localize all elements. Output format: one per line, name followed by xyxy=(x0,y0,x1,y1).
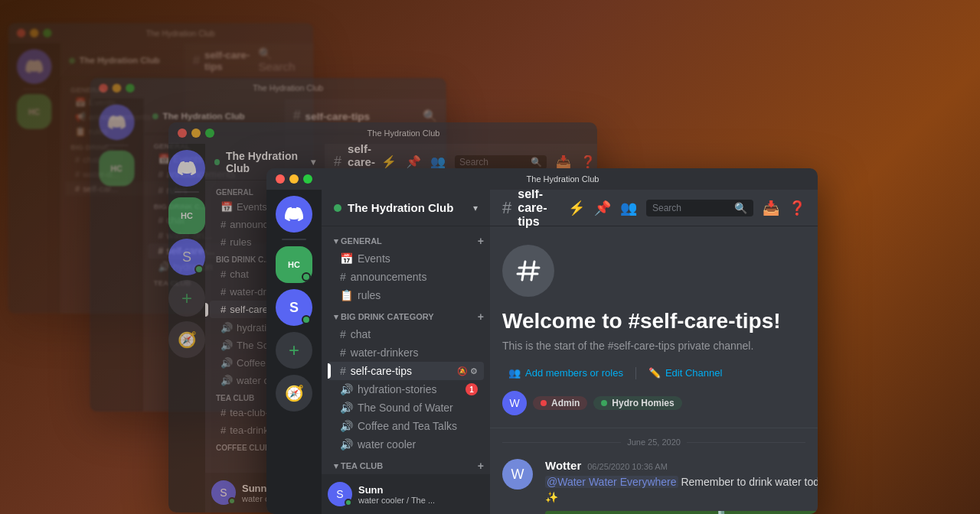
category-tea-club-4[interactable]: ▾ TEA CLUB + xyxy=(322,454,490,474)
titlebar-4: The Hydration Club xyxy=(266,168,818,190)
discord-server-icon-4[interactable] xyxy=(276,196,312,233)
role-badges-4: W Admin Hydro Homies xyxy=(502,391,805,415)
self-care-channel-4[interactable]: # self-care-tips 🔕 ⚙ xyxy=(328,362,484,380)
mention-text-4[interactable]: @Water Water Everywhere xyxy=(545,476,678,488)
mute-icon-4[interactable]: 🔕 xyxy=(457,366,468,376)
water-cooler-icon-4: 🔊 xyxy=(340,438,353,451)
add-server-3[interactable]: + xyxy=(168,280,205,317)
explore-button-4[interactable]: 🧭 xyxy=(276,375,312,412)
discord-icon-3[interactable] xyxy=(168,150,205,187)
fullscreen-dot-3 xyxy=(205,128,214,138)
server-status-dot-4 xyxy=(334,204,341,212)
search-icon-4: 🔍 xyxy=(734,202,747,214)
search-box-4[interactable]: Search 🔍 xyxy=(646,200,753,216)
threads-icon-btn-4[interactable]: ⚡ xyxy=(568,200,585,216)
fullscreen-dot-2 xyxy=(126,84,135,93)
threads-icon-3[interactable]: ⚡ xyxy=(381,155,397,169)
close-dot-2 xyxy=(99,84,108,93)
minimize-dot xyxy=(30,29,38,37)
add-channel-tea-club[interactable]: + xyxy=(478,460,484,472)
discord-icon-1[interactable] xyxy=(17,49,52,84)
search-area-1[interactable]: 🔍 Search xyxy=(258,47,305,73)
announcements-channel-4[interactable]: #announcements xyxy=(328,268,484,286)
members-icon-btn-4[interactable]: 👥 xyxy=(620,200,637,216)
welcome-section-4: Welcome to #self-care-tips! This is the … xyxy=(490,226,818,428)
search-icon-2[interactable]: 🔍 xyxy=(423,109,437,122)
add-channel-general[interactable]: + xyxy=(478,235,484,247)
channel-actions-4: 🔕 ⚙ xyxy=(457,366,478,376)
admin-role-badge-4[interactable]: Admin xyxy=(533,396,587,410)
discord-icon-2[interactable] xyxy=(99,105,135,141)
category-label-general: ▾ General xyxy=(334,236,478,246)
pin-icon-3[interactable]: 📌 xyxy=(406,155,421,169)
edit-channel-btn-4[interactable]: ✏️ Edit Channel xyxy=(642,364,728,382)
add-server-button-4[interactable]: + xyxy=(276,332,312,369)
titlebar-3: The Hydration Club xyxy=(168,122,597,144)
hydration-icon-2[interactable]: HC xyxy=(99,151,135,187)
date-label-4: June 25, 2020 xyxy=(627,438,681,447)
window-title-4: The Hydration Club xyxy=(317,174,808,184)
coffee-tea-channel-4[interactable]: 🔊Coffee and Tea Talks xyxy=(328,417,484,435)
search-box-3[interactable]: Search 🔍 xyxy=(455,155,547,169)
server-name-2: The Hydration Club xyxy=(162,111,244,122)
inbox-icon-3[interactable]: 📥 xyxy=(556,155,571,169)
water-cooler-channel-4[interactable]: 🔊water cooler xyxy=(328,435,484,454)
add-members-btn-4[interactable]: 👥 Add members or roles xyxy=(502,364,629,382)
close-button-4[interactable] xyxy=(276,174,285,184)
window-title-1: The Hydration Club xyxy=(56,29,305,37)
rules-3[interactable]: rules xyxy=(230,236,251,248)
window-title-3: The Hydration Club xyxy=(219,128,588,138)
message-avatar-4: W xyxy=(502,459,533,490)
chat-channel-4[interactable]: #chat xyxy=(328,325,484,343)
search-placeholder-4: Search xyxy=(652,203,731,213)
category-general-4[interactable]: ▾ General + xyxy=(322,233,490,249)
svg-rect-1 xyxy=(545,511,818,514)
hydration-stories-icon-4: 🔊 xyxy=(340,383,353,395)
help-icon-btn-4[interactable]: ❓ xyxy=(789,200,805,216)
hydration-icon-3[interactable]: HC xyxy=(168,197,205,234)
message-header-4: Wotter 06/25/2020 10:36 AM xyxy=(545,459,818,472)
hydration-stories-channel-4[interactable]: 🔊 hydration-stories 1 xyxy=(328,380,484,399)
hydration-club-icon-1[interactable]: HC xyxy=(17,94,52,129)
rules-icon-4: 📋 xyxy=(340,289,353,301)
server-name-1: The Hydration Club xyxy=(80,55,160,65)
hydration-server-icon-4[interactable]: HC xyxy=(276,246,312,283)
events-channel-4[interactable]: 📅Events xyxy=(328,249,484,268)
self-care-label-4: self-care-tips xyxy=(351,365,457,377)
inbox-icon-btn-4[interactable]: 📥 xyxy=(763,200,779,216)
settings-icon-4[interactable]: ⚙ xyxy=(470,366,478,376)
members-icon-3[interactable]: 👥 xyxy=(430,155,446,169)
chat-3[interactable]: chat xyxy=(230,268,249,280)
server-chevron-4: ▾ xyxy=(473,203,478,213)
channel-header-name-2: self-care-tips xyxy=(305,110,371,122)
user-icon-4[interactable]: S xyxy=(276,289,312,326)
water-drinkers-channel-4[interactable]: #water-drinkers xyxy=(328,343,484,362)
server-header-4[interactable]: The Hydration Club ▾ xyxy=(322,190,490,226)
channel-header-name-1: self-care-tips xyxy=(204,49,258,72)
sound-of-water-channel-4[interactable]: 🔊The Sound of Water xyxy=(328,399,484,417)
category-label-tea-club: ▾ TEA CLUB xyxy=(334,461,478,471)
server-name-4: The Hydration Club xyxy=(348,201,473,214)
divider-line-left-4 xyxy=(502,442,621,443)
message-item-4: W Wotter 06/25/2020 10:36 AM @Water Wate… xyxy=(490,456,818,514)
user-avatar-4: S xyxy=(328,482,352,506)
minimize-button-4[interactable] xyxy=(289,174,299,184)
events-3[interactable]: Events xyxy=(237,201,267,213)
close-dot xyxy=(17,29,25,37)
hydro-role-badge-4[interactable]: Hydro Homies xyxy=(593,396,681,410)
fullscreen-dot xyxy=(43,29,51,37)
add-members-label-4: Add members or roles xyxy=(525,367,623,379)
coffee-tea-icon-4: 🔊 xyxy=(340,420,353,432)
explore-icon-3[interactable]: 🧭 xyxy=(168,321,205,358)
category-big-drink-4[interactable]: ▾ BIG DRINK CATEGORY + xyxy=(322,304,490,325)
add-channel-big-drink[interactable]: + xyxy=(478,311,484,323)
main-content-4: # self-care-tips ⚡ 📌 👥 Search 🔍 📥 ❓ xyxy=(490,190,818,514)
header-actions-4: ⚡ 📌 👥 Search 🔍 📥 ❓ xyxy=(568,200,805,216)
help-icon-3[interactable]: ❓ xyxy=(580,155,596,169)
titlebar-2: The Hydration Club xyxy=(90,78,446,99)
rules-channel-4[interactable]: 📋rules xyxy=(328,286,484,304)
fullscreen-button-4[interactable] xyxy=(303,174,312,184)
discord-window-4[interactable]: The Hydration Club HC S xyxy=(266,168,818,514)
pin-icon-btn-4[interactable]: 📌 xyxy=(594,200,611,216)
user-avatar-3: S xyxy=(211,480,236,505)
